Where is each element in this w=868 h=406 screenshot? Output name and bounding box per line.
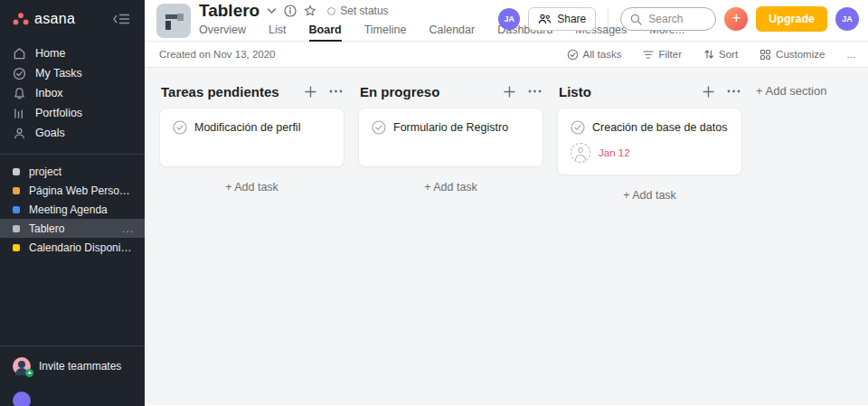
upgrade-button[interactable]: Upgrade (756, 6, 827, 32)
set-status-label: Set status (340, 5, 388, 17)
sidebar-item-home[interactable]: Home (0, 43, 145, 63)
asana-logo: asana (13, 11, 75, 27)
sidebar-projects: project Página Web Personal Bra... Meeti… (0, 162, 145, 257)
column-menu-icon[interactable] (329, 90, 343, 93)
column-listo: Listo Creación de base de datos (557, 80, 742, 202)
customize-button[interactable]: Customize (760, 49, 825, 61)
invite-teammates-button[interactable]: + Invite teammates (0, 345, 145, 386)
column-menu-icon[interactable] (727, 90, 741, 93)
sidebar: asana Home My Tasks (0, 0, 145, 406)
chevron-down-icon[interactable] (267, 7, 277, 14)
invite-avatar-icon: + (13, 357, 31, 375)
tab-board[interactable]: Board (309, 24, 342, 42)
sidebar-item-portfolios[interactable]: Portfolios (0, 103, 145, 123)
board-toolbar: Created on Nov 13, 2020 All tasks Filter (145, 42, 868, 68)
task-check-icon[interactable] (173, 120, 187, 135)
all-tasks-filter[interactable]: All tasks (567, 49, 622, 61)
task-circle-icon (567, 49, 579, 61)
asana-app: asana Home My Tasks (0, 0, 868, 406)
sidebar-project-calendario[interactable]: Calendario Disponibilidad (0, 238, 145, 257)
member-avatar[interactable]: JA (498, 8, 520, 30)
filter-icon (643, 50, 654, 60)
task-meta-row: Jan 12 (571, 143, 729, 163)
due-date-label[interactable]: Jan 12 (599, 147, 630, 158)
set-status-button[interactable]: Set status (327, 5, 388, 17)
task-card[interactable]: Creación de base de datos Jan 12 (557, 108, 742, 175)
project-label: Meeting Agenda (29, 203, 134, 216)
help-row-cutoff[interactable] (0, 386, 145, 406)
sort-label: Sort (719, 49, 738, 60)
column-title: En progreso (360, 84, 491, 99)
column-header: Tareas pendientes (159, 80, 344, 103)
sidebar-project-project[interactable]: project (0, 162, 145, 181)
unassigned-avatar-icon[interactable] (571, 143, 590, 163)
sidebar-nav: Home My Tasks Inbox (0, 43, 145, 143)
project-color-dot (13, 206, 20, 213)
tab-timeline[interactable]: Timeline (364, 24, 407, 42)
sidebar-logo-row: asana (0, 2, 145, 36)
asana-logo-icon (13, 13, 29, 25)
task-check-icon[interactable] (571, 120, 585, 135)
created-date-label: Created on Nov 13, 2020 (159, 49, 276, 60)
nav-label: Portfolios (35, 107, 82, 119)
filter-label: Filter (658, 49, 682, 60)
add-task-icon[interactable] (703, 86, 714, 98)
add-task-button[interactable]: + Add task (557, 189, 742, 202)
home-icon (13, 47, 26, 61)
sort-button[interactable]: Sort (703, 49, 738, 60)
bar-chart-icon (13, 107, 26, 120)
sidebar-item-my-tasks[interactable]: My Tasks (0, 63, 145, 83)
sidebar-project-pagina-web[interactable]: Página Web Personal Bra... (0, 181, 145, 200)
add-task-button[interactable]: + Add task (358, 181, 543, 194)
column-header: En progreso (358, 80, 543, 103)
toolbar-more-button[interactable]: ... (846, 49, 855, 60)
all-tasks-label: All tasks (583, 49, 622, 60)
plus-badge-icon: + (25, 369, 33, 377)
filter-button[interactable]: Filter (643, 49, 682, 60)
column-header: Listo (557, 80, 742, 103)
add-task-icon[interactable] (305, 86, 316, 98)
tab-calendar[interactable]: Calendar (429, 24, 475, 42)
profile-avatar[interactable]: JA (835, 7, 859, 31)
tab-list[interactable]: List (269, 24, 286, 42)
task-card[interactable]: Formulario de Registro (358, 108, 543, 167)
search-box[interactable] (620, 7, 716, 31)
page-title: Tablero (199, 1, 259, 21)
task-card[interactable]: Modificación de perfil (159, 108, 344, 167)
sidebar-project-meeting-agenda[interactable]: Meeting Agenda (0, 200, 145, 219)
project-color-dot (13, 168, 20, 175)
add-task-icon[interactable] (504, 86, 515, 98)
search-icon (630, 14, 642, 25)
check-circle-icon (13, 67, 26, 80)
column-menu-icon[interactable] (528, 90, 542, 93)
task-title: Formulario de Registro (393, 121, 508, 134)
nav-label: Goals (35, 127, 65, 139)
kanban-board: Tareas pendientes Modificación de (145, 68, 868, 405)
tab-overview[interactable]: Overview (199, 24, 246, 42)
search-input[interactable] (648, 13, 706, 25)
quick-add-button[interactable]: + (724, 7, 748, 31)
column-en-progreso: En progreso Formulario de Registr (358, 80, 543, 194)
project-label: Calendario Disponibilidad (29, 241, 134, 254)
star-icon[interactable] (304, 5, 316, 17)
share-button[interactable]: Share (528, 7, 596, 31)
help-icon (13, 392, 31, 406)
nav-label: Inbox (35, 87, 63, 99)
add-section-button[interactable]: + Add section (756, 80, 826, 98)
sidebar-project-tablero[interactable]: Tablero ... (0, 219, 145, 238)
project-board-icon[interactable] (156, 4, 191, 38)
project-color-dot (13, 244, 20, 251)
column-title: Listo (559, 84, 690, 99)
task-check-icon[interactable] (372, 120, 386, 135)
sidebar-collapse-icon[interactable] (112, 13, 130, 25)
sidebar-item-goals[interactable]: Goals (0, 123, 145, 143)
customize-icon (760, 49, 771, 61)
people-icon (538, 14, 552, 24)
nav-label: Home (35, 47, 65, 60)
project-label: Página Web Personal Bra... (29, 184, 134, 197)
nav-label: My Tasks (35, 67, 82, 80)
info-icon[interactable] (284, 5, 297, 17)
project-menu-icon[interactable]: ... (122, 222, 134, 235)
sidebar-item-inbox[interactable]: Inbox (0, 83, 145, 103)
add-task-button[interactable]: + Add task (159, 181, 344, 194)
